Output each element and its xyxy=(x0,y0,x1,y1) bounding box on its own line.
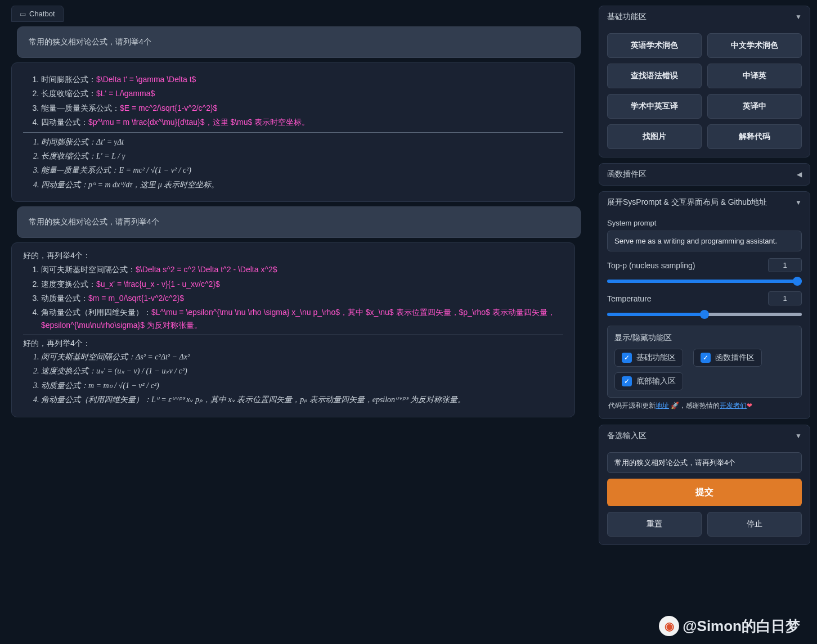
temp-label: Temperature xyxy=(607,294,652,303)
panel-basic: 基础功能区 ▼ 英语学术润色 中文学术润色 查找语法错误 中译英 学术中英互译 … xyxy=(599,6,810,157)
footer-note: 代码开源和更新地址 🚀，感谢热情的开发者们❤ xyxy=(608,401,801,411)
panel-plugins-header[interactable]: 函数插件区 ◀ xyxy=(599,164,810,185)
divider xyxy=(23,335,563,335)
check-icon: ✓ xyxy=(701,353,711,363)
chat-icon: ▭ xyxy=(20,10,26,18)
chat-bot-message-1: 时间膨胀公式：$\Delta t' = \gamma \Delta t$ 长度收… xyxy=(11,62,575,202)
tab-bar: ▭ Chatbot xyxy=(11,6,581,22)
btn-cn-polish[interactable]: 中文学术润色 xyxy=(707,33,802,58)
toggle-bottom-input[interactable]: ✓ 底部输入区 xyxy=(614,372,683,390)
tab-chatbot[interactable]: ▭ Chatbot xyxy=(11,6,64,22)
topp-value[interactable]: 1 xyxy=(768,258,802,272)
temp-value[interactable]: 1 xyxy=(768,291,802,305)
chat-user-message-1: 常用的狭义相对论公式，请列举4个 xyxy=(17,26,581,58)
chevron-left-icon: ◀ xyxy=(797,170,802,178)
submit-button[interactable]: 提交 xyxy=(607,479,802,506)
system-prompt-label: System prompt xyxy=(607,219,802,227)
btn-academic-trans[interactable]: 学术中英互译 xyxy=(607,94,702,119)
toggle-basic[interactable]: ✓ 基础功能区 xyxy=(614,349,683,367)
panel-alt-input: 备选输入区 ▼ 提交 重置 停止 xyxy=(599,425,810,545)
panel-alt-input-header[interactable]: 备选输入区 ▼ xyxy=(599,425,810,447)
chevron-down-icon: ▼ xyxy=(795,432,802,440)
btn-en2cn[interactable]: 英译中 xyxy=(707,94,802,119)
chat-bot-message-2: 好的，再列举4个： 闵可夫斯基时空间隔公式：$\Delta s^2 = c^2 … xyxy=(11,242,575,417)
link-repo[interactable]: 地址 xyxy=(656,402,669,409)
toggle-plugins[interactable]: ✓ 函数插件区 xyxy=(693,349,762,367)
alt-input-field[interactable] xyxy=(607,452,802,473)
btn-cn2en[interactable]: 中译英 xyxy=(707,64,802,88)
toggle-group: 显示/隐藏功能区 ✓ 基础功能区 ✓ 函数插件区 ✓ 底部输入区 xyxy=(607,326,802,398)
check-icon: ✓ xyxy=(622,353,632,363)
topp-label: Top-p (nucleus sampling) xyxy=(607,261,695,270)
link-devs[interactable]: 开发者们 xyxy=(720,402,747,409)
reset-button[interactable]: 重置 xyxy=(607,512,702,537)
btn-explain-code[interactable]: 解释代码 xyxy=(707,124,802,149)
divider xyxy=(23,132,563,133)
panel-expand-header[interactable]: 展开SysPrompt & 交互界面布局 & Github地址 ▼ xyxy=(599,192,810,213)
btn-find-image[interactable]: 找图片 xyxy=(607,124,702,149)
chevron-down-icon: ▼ xyxy=(795,13,802,21)
chat-user-message-2: 常用的狭义相对论公式，请再列举4个 xyxy=(17,206,581,238)
panel-plugins: 函数插件区 ◀ xyxy=(599,163,810,186)
panel-basic-header[interactable]: 基础功能区 ▼ xyxy=(599,6,810,28)
system-prompt-input[interactable] xyxy=(607,231,802,251)
temp-slider[interactable] xyxy=(607,313,802,316)
btn-en-polish[interactable]: 英语学术润色 xyxy=(607,33,702,58)
chevron-down-icon: ▼ xyxy=(795,199,802,206)
toggle-group-label: 显示/隐藏功能区 xyxy=(614,333,794,343)
tab-label: Chatbot xyxy=(29,10,55,18)
stop-button[interactable]: 停止 xyxy=(707,512,802,537)
btn-grammar[interactable]: 查找语法错误 xyxy=(607,64,702,88)
panel-expand: 展开SysPrompt & 交互界面布局 & Github地址 ▼ System… xyxy=(599,191,810,419)
heart-icon: ❤ xyxy=(747,402,752,409)
topp-slider[interactable] xyxy=(607,280,802,283)
check-icon: ✓ xyxy=(622,376,632,386)
